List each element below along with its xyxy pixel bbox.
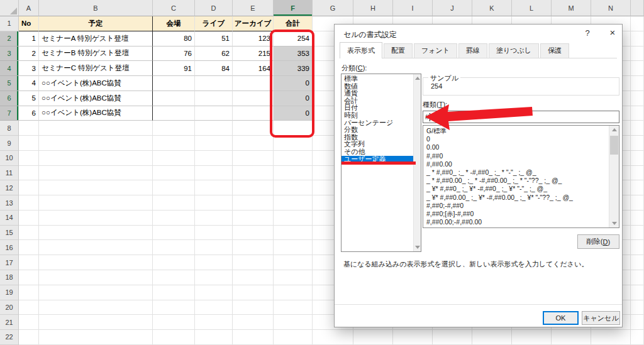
cell-E18[interactable] — [233, 270, 274, 285]
cell-D16[interactable] — [195, 240, 233, 255]
format-code-item[interactable]: _ ¥* #,##0_ ;_ ¥* -#,##0_ ;_ ¥* "-"_ ;_ … — [423, 185, 619, 193]
cell-D4[interactable]: 84 — [195, 61, 233, 76]
cell-C5[interactable] — [153, 76, 195, 91]
cell-E20[interactable] — [233, 300, 274, 315]
cell-overflow[interactable] — [631, 315, 644, 330]
cell-D17[interactable] — [195, 255, 233, 270]
cell-C3[interactable]: 76 — [153, 47, 195, 62]
column-header-L[interactable]: L — [512, 0, 552, 16]
cell-overflow[interactable] — [631, 211, 644, 226]
cell-A12[interactable] — [19, 180, 39, 195]
row-header-20[interactable]: 20 — [0, 300, 19, 315]
cell-C14[interactable] — [153, 211, 195, 226]
cell-F17[interactable] — [274, 255, 313, 270]
cell-A1[interactable]: No — [19, 16, 39, 31]
cell-overflow[interactable] — [631, 226, 644, 241]
cell-K22[interactable] — [472, 330, 512, 345]
cell-A7[interactable]: 6 — [19, 106, 39, 121]
cell-E12[interactable] — [233, 180, 274, 195]
row-header-9[interactable]: 9 — [0, 136, 19, 151]
row-header-22[interactable]: 22 — [0, 330, 19, 345]
cell-E8[interactable] — [233, 121, 274, 136]
row-header-7[interactable]: 7 — [0, 106, 19, 121]
cell-overflow[interactable] — [631, 106, 644, 121]
cell-D19[interactable] — [195, 285, 233, 300]
cell-D3[interactable]: 62 — [195, 47, 233, 62]
row-header-13[interactable]: 13 — [0, 195, 19, 211]
cell-C18[interactable] — [153, 270, 195, 285]
cell-B16[interactable] — [39, 240, 153, 255]
row-header-14[interactable]: 14 — [0, 211, 19, 226]
cell-D11[interactable] — [195, 166, 233, 181]
cell-overflow[interactable] — [631, 330, 644, 345]
cell-E7[interactable] — [233, 106, 274, 121]
cell-C6[interactable] — [153, 91, 195, 106]
cell-D7[interactable] — [195, 106, 233, 121]
cell-C20[interactable] — [153, 300, 195, 315]
cell-A3[interactable]: 2 — [19, 47, 39, 62]
format-code-item[interactable]: _ ¥* #,##0.00_ ;_ ¥* -#,##0.00_ ;_ ¥* "-… — [423, 194, 619, 202]
row-header-8[interactable]: 8 — [0, 121, 19, 136]
cell-overflow[interactable] — [631, 300, 644, 315]
cell-D12[interactable] — [195, 180, 233, 195]
cell-E13[interactable] — [233, 195, 274, 211]
cell-B11[interactable] — [39, 166, 153, 181]
cell-A9[interactable] — [19, 136, 39, 151]
cell-F19[interactable] — [274, 285, 313, 300]
cell-overflow[interactable] — [631, 91, 644, 106]
cell-A14[interactable] — [19, 211, 39, 226]
format-code-item[interactable]: #,##0.00 — [423, 160, 619, 168]
cell-A10[interactable] — [19, 151, 39, 166]
row-header-2[interactable]: 2 — [0, 31, 19, 47]
cell-B10[interactable] — [39, 151, 153, 166]
tab-border[interactable]: 罫線 — [458, 43, 487, 58]
format-code-item[interactable]: _ * #,##0_ ;_ * -#,##0_ ;_ * "-"_ ;_ @_ — [423, 168, 619, 177]
cell-B18[interactable] — [39, 270, 153, 285]
cell-C22[interactable] — [153, 330, 195, 345]
cell-F12[interactable] — [274, 180, 313, 195]
cell-B17[interactable] — [39, 255, 153, 270]
cell-overflow[interactable] — [631, 31, 644, 47]
column-header-D[interactable]: D — [195, 0, 233, 16]
cell-G22[interactable] — [313, 330, 353, 345]
cell-M22[interactable] — [552, 330, 591, 345]
cell-C2[interactable]: 80 — [153, 31, 195, 47]
cell-overflow[interactable] — [631, 76, 644, 91]
cell-E11[interactable] — [233, 166, 274, 181]
cell-D14[interactable] — [195, 211, 233, 226]
cell-B20[interactable] — [39, 300, 153, 315]
cell-overflow[interactable] — [631, 270, 644, 285]
cell-D13[interactable] — [195, 195, 233, 211]
row-header-5[interactable]: 5 — [0, 76, 19, 91]
cell-D9[interactable] — [195, 136, 233, 151]
column-header-I[interactable]: I — [393, 0, 433, 16]
category-item[interactable]: 時刻 — [341, 112, 421, 119]
cell-C15[interactable] — [153, 226, 195, 241]
column-header-B[interactable]: B — [39, 0, 153, 16]
cancel-button[interactable]: キャンセル — [582, 311, 620, 325]
cell-B13[interactable] — [39, 195, 153, 211]
cell-D10[interactable] — [195, 151, 233, 166]
row-header-15[interactable]: 15 — [0, 226, 19, 241]
cell-A18[interactable] — [19, 270, 39, 285]
ok-button[interactable]: OK — [543, 311, 579, 325]
cell-overflow[interactable] — [631, 121, 644, 136]
cell-A13[interactable] — [19, 195, 39, 211]
row-header-10[interactable]: 10 — [0, 151, 19, 166]
row-header-19[interactable]: 19 — [0, 285, 19, 300]
row-header-6[interactable]: 6 — [0, 91, 19, 106]
cell-C12[interactable] — [153, 180, 195, 195]
column-header-E[interactable]: E — [233, 0, 274, 16]
cell-E16[interactable] — [233, 240, 274, 255]
cell-overflow[interactable] — [631, 255, 644, 270]
cell-D15[interactable] — [195, 226, 233, 241]
cell-B6[interactable]: ○○イベント(株)ABC協賛 — [39, 91, 153, 106]
select-all-corner[interactable] — [0, 0, 19, 16]
cell-E15[interactable] — [233, 226, 274, 241]
cell-overflow[interactable] — [631, 61, 644, 76]
cell-E17[interactable] — [233, 255, 274, 270]
category-item[interactable]: その他 — [341, 148, 421, 156]
column-header-F[interactable]: F — [274, 0, 313, 16]
cell-overflow[interactable] — [631, 151, 644, 166]
cell-H22[interactable] — [353, 330, 393, 345]
